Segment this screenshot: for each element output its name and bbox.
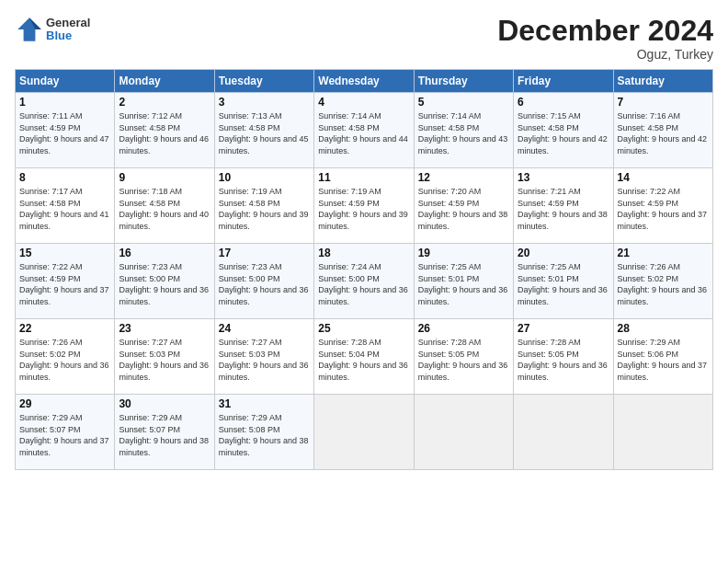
day-number: 10 bbox=[219, 171, 310, 184]
day-cell: 13Sunrise: 7:21 AMSunset: 4:59 PMDayligh… bbox=[514, 168, 613, 244]
day-info: Sunrise: 7:12 AMSunset: 4:58 PMDaylight:… bbox=[119, 111, 209, 155]
header-row: SundayMondayTuesdayWednesdayThursdayFrid… bbox=[16, 70, 713, 93]
day-number: 25 bbox=[318, 322, 409, 335]
day-cell: 31Sunrise: 7:29 AMSunset: 5:08 PMDayligh… bbox=[214, 395, 313, 470]
day-number: 23 bbox=[119, 322, 210, 335]
day-info: Sunrise: 7:27 AMSunset: 5:03 PMDaylight:… bbox=[119, 338, 209, 382]
day-number: 12 bbox=[418, 171, 509, 184]
day-info: Sunrise: 7:19 AMSunset: 4:59 PMDaylight:… bbox=[318, 187, 408, 231]
day-cell: 29Sunrise: 7:29 AMSunset: 5:07 PMDayligh… bbox=[16, 395, 115, 470]
day-cell: 17Sunrise: 7:23 AMSunset: 5:00 PMDayligh… bbox=[214, 244, 313, 319]
day-number: 28 bbox=[618, 322, 709, 335]
day-info: Sunrise: 7:21 AMSunset: 4:59 PMDaylight:… bbox=[518, 187, 608, 231]
day-info: Sunrise: 7:22 AMSunset: 4:59 PMDaylight:… bbox=[19, 262, 109, 306]
day-info: Sunrise: 7:20 AMSunset: 4:59 PMDaylight:… bbox=[418, 187, 508, 231]
day-cell: 11Sunrise: 7:19 AMSunset: 4:59 PMDayligh… bbox=[314, 168, 414, 244]
day-cell: 1Sunrise: 7:11 AMSunset: 4:59 PMDaylight… bbox=[16, 93, 115, 168]
day-cell: 18Sunrise: 7:24 AMSunset: 5:00 PMDayligh… bbox=[314, 244, 414, 319]
col-header-sunday: Sunday bbox=[16, 70, 115, 93]
title-block: December 2024 Oguz, Turkey bbox=[497, 15, 713, 62]
week-row-4: 22Sunrise: 7:26 AMSunset: 5:02 PMDayligh… bbox=[16, 319, 713, 395]
day-info: Sunrise: 7:15 AMSunset: 4:58 PMDaylight:… bbox=[518, 111, 608, 155]
day-number: 16 bbox=[119, 247, 210, 259]
day-cell bbox=[414, 395, 513, 470]
day-cell: 28Sunrise: 7:29 AMSunset: 5:06 PMDayligh… bbox=[613, 319, 712, 395]
day-cell: 30Sunrise: 7:29 AMSunset: 5:07 PMDayligh… bbox=[115, 395, 214, 470]
day-info: Sunrise: 7:17 AMSunset: 4:58 PMDaylight:… bbox=[19, 187, 109, 231]
location: Oguz, Turkey bbox=[497, 47, 713, 62]
logo: General Blue bbox=[15, 15, 90, 44]
day-info: Sunrise: 7:28 AMSunset: 5:04 PMDaylight:… bbox=[318, 338, 408, 382]
col-header-thursday: Thursday bbox=[414, 70, 513, 93]
logo-blue: Blue bbox=[46, 29, 90, 42]
day-info: Sunrise: 7:23 AMSunset: 5:00 PMDaylight:… bbox=[119, 262, 209, 306]
day-cell: 23Sunrise: 7:27 AMSunset: 5:03 PMDayligh… bbox=[115, 319, 214, 395]
week-row-1: 1Sunrise: 7:11 AMSunset: 4:59 PMDaylight… bbox=[16, 93, 713, 168]
day-number: 4 bbox=[318, 96, 409, 109]
week-row-5: 29Sunrise: 7:29 AMSunset: 5:07 PMDayligh… bbox=[16, 395, 713, 470]
day-info: Sunrise: 7:11 AMSunset: 4:59 PMDaylight:… bbox=[19, 111, 109, 155]
day-number: 3 bbox=[219, 96, 310, 109]
day-number: 14 bbox=[618, 171, 709, 184]
day-number: 5 bbox=[418, 96, 509, 109]
day-info: Sunrise: 7:24 AMSunset: 5:00 PMDaylight:… bbox=[318, 262, 408, 306]
day-number: 2 bbox=[119, 96, 210, 109]
page: General Blue December 2024 Oguz, Turkey … bbox=[0, 0, 728, 563]
day-cell: 4Sunrise: 7:14 AMSunset: 4:58 PMDaylight… bbox=[314, 93, 414, 168]
day-info: Sunrise: 7:19 AMSunset: 4:58 PMDaylight:… bbox=[219, 187, 309, 231]
day-number: 20 bbox=[518, 247, 609, 259]
day-number: 9 bbox=[119, 171, 210, 184]
day-cell: 26Sunrise: 7:28 AMSunset: 5:05 PMDayligh… bbox=[414, 319, 513, 395]
day-info: Sunrise: 7:28 AMSunset: 5:05 PMDaylight:… bbox=[518, 338, 608, 382]
day-cell: 12Sunrise: 7:20 AMSunset: 4:59 PMDayligh… bbox=[414, 168, 513, 244]
day-info: Sunrise: 7:25 AMSunset: 5:01 PMDaylight:… bbox=[518, 262, 608, 306]
day-info: Sunrise: 7:29 AMSunset: 5:07 PMDaylight:… bbox=[119, 413, 209, 457]
day-info: Sunrise: 7:26 AMSunset: 5:02 PMDaylight:… bbox=[19, 338, 109, 382]
day-number: 15 bbox=[19, 247, 110, 259]
day-number: 27 bbox=[518, 322, 609, 335]
day-info: Sunrise: 7:29 AMSunset: 5:08 PMDaylight:… bbox=[219, 413, 309, 457]
day-info: Sunrise: 7:23 AMSunset: 5:00 PMDaylight:… bbox=[219, 262, 309, 306]
day-cell: 3Sunrise: 7:13 AMSunset: 4:58 PMDaylight… bbox=[214, 93, 313, 168]
col-header-saturday: Saturday bbox=[613, 70, 712, 93]
day-info: Sunrise: 7:28 AMSunset: 5:05 PMDaylight:… bbox=[418, 338, 508, 382]
day-number: 31 bbox=[219, 397, 310, 410]
day-cell: 6Sunrise: 7:15 AMSunset: 4:58 PMDaylight… bbox=[514, 93, 613, 168]
day-number: 22 bbox=[19, 322, 110, 335]
day-info: Sunrise: 7:16 AMSunset: 4:58 PMDaylight:… bbox=[618, 111, 708, 155]
day-cell: 27Sunrise: 7:28 AMSunset: 5:05 PMDayligh… bbox=[514, 319, 613, 395]
day-number: 19 bbox=[418, 247, 509, 259]
day-number: 30 bbox=[119, 397, 210, 410]
day-cell bbox=[314, 395, 414, 470]
day-number: 6 bbox=[518, 96, 609, 109]
day-info: Sunrise: 7:26 AMSunset: 5:02 PMDaylight:… bbox=[618, 262, 708, 306]
day-cell: 25Sunrise: 7:28 AMSunset: 5:04 PMDayligh… bbox=[314, 319, 414, 395]
calendar-table: SundayMondayTuesdayWednesdayThursdayFrid… bbox=[15, 69, 713, 470]
col-header-tuesday: Tuesday bbox=[214, 70, 313, 93]
day-cell bbox=[514, 395, 613, 470]
day-number: 29 bbox=[19, 397, 110, 410]
day-number: 21 bbox=[618, 247, 709, 259]
day-info: Sunrise: 7:29 AMSunset: 5:07 PMDaylight:… bbox=[19, 413, 109, 457]
logo-text: General Blue bbox=[46, 17, 90, 43]
col-header-monday: Monday bbox=[115, 70, 214, 93]
day-number: 26 bbox=[418, 322, 509, 335]
day-cell: 24Sunrise: 7:27 AMSunset: 5:03 PMDayligh… bbox=[214, 319, 313, 395]
day-number: 7 bbox=[618, 96, 709, 109]
day-number: 18 bbox=[318, 247, 409, 259]
day-cell: 7Sunrise: 7:16 AMSunset: 4:58 PMDaylight… bbox=[613, 93, 712, 168]
day-number: 13 bbox=[518, 171, 609, 184]
week-row-3: 15Sunrise: 7:22 AMSunset: 4:59 PMDayligh… bbox=[16, 244, 713, 319]
logo-general: General bbox=[46, 17, 90, 29]
logo-icon bbox=[15, 15, 44, 44]
header: General Blue December 2024 Oguz, Turkey bbox=[15, 15, 713, 62]
day-cell: 21Sunrise: 7:26 AMSunset: 5:02 PMDayligh… bbox=[613, 244, 712, 319]
day-cell: 15Sunrise: 7:22 AMSunset: 4:59 PMDayligh… bbox=[16, 244, 115, 319]
day-cell: 9Sunrise: 7:18 AMSunset: 4:58 PMDaylight… bbox=[115, 168, 214, 244]
day-info: Sunrise: 7:14 AMSunset: 4:58 PMDaylight:… bbox=[418, 111, 508, 155]
day-number: 11 bbox=[318, 171, 409, 184]
day-number: 1 bbox=[19, 96, 110, 109]
week-row-2: 8Sunrise: 7:17 AMSunset: 4:58 PMDaylight… bbox=[16, 168, 713, 244]
day-number: 17 bbox=[219, 247, 310, 259]
month-title: December 2024 bbox=[497, 15, 713, 47]
